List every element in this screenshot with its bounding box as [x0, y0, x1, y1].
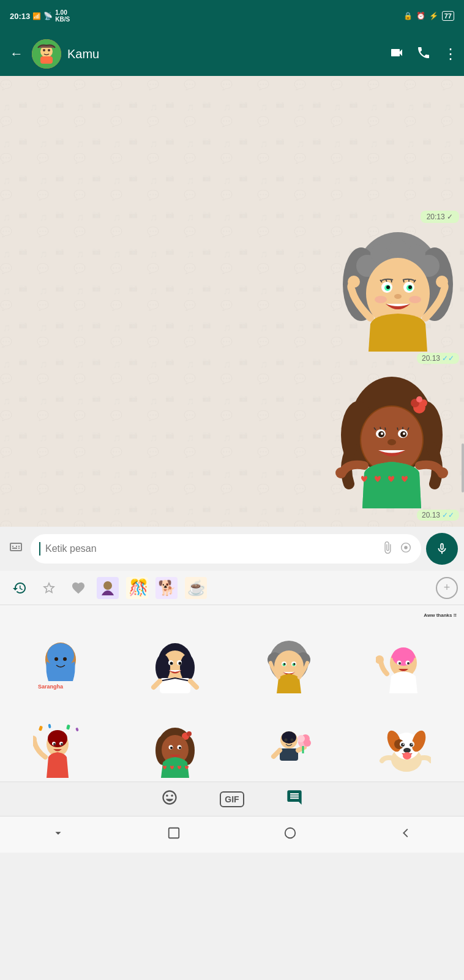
sticker-cell-7[interactable]: For you: [234, 696, 344, 782]
sticker-tab-button[interactable]: [281, 784, 308, 815]
svg-line-49: [380, 427, 381, 429]
svg-rect-104: [39, 726, 43, 731]
svg-point-142: [285, 827, 296, 838]
check-marks-1: ✓✓: [442, 354, 454, 363]
top-time-badge: 20:13 ✓: [421, 211, 459, 223]
status-left: 20:13 📶 📡 1.00KB/S: [10, 9, 70, 23]
message-input[interactable]: [45, 543, 376, 554]
lock-icon: 🔒: [403, 12, 413, 20]
sticker-1-time: 20.13 ✓✓: [417, 353, 459, 364]
svg-point-95: [399, 662, 401, 665]
nav-home-button[interactable]: [155, 821, 193, 848]
svg-rect-106: [66, 725, 70, 730]
tab-pack2[interactable]: 🎊: [124, 575, 151, 601]
svg-point-139: [403, 748, 411, 753]
input-cursor: [39, 542, 40, 556]
status-bar: 20:13 📶 📡 1.00KB/S 🔒 ⏰ ⚡ 77: [0, 0, 464, 32]
svg-point-3: [43, 49, 45, 51]
svg-point-99: [48, 730, 67, 747]
svg-point-69: [54, 657, 58, 661]
sticker-cell-6[interactable]: [121, 696, 230, 782]
tab-pack4[interactable]: ☕: [182, 575, 209, 601]
svg-point-90: [294, 663, 296, 665]
svg-point-4: [48, 49, 50, 51]
sticker-cell-5[interactable]: [6, 696, 116, 782]
speed-display: 1.00KB/S: [55, 9, 70, 23]
svg-point-122: [291, 739, 294, 742]
android-nav-bar: [0, 816, 464, 853]
svg-rect-123: [280, 748, 298, 761]
svg-line-24: [391, 280, 392, 282]
contact-avatar[interactable]: [32, 39, 61, 69]
back-button[interactable]: ←: [7, 43, 26, 64]
panel-bottom-tabs: GIF: [0, 782, 464, 816]
svg-point-47: [403, 432, 405, 435]
nav-back-button[interactable]: [387, 821, 425, 848]
camera-button[interactable]: [399, 541, 413, 557]
svg-point-137: [403, 744, 404, 745]
chat-header: ← Kamu ⋮: [0, 32, 464, 76]
svg-point-30: [409, 296, 421, 303]
svg-point-32: [436, 276, 448, 288]
nav-down-button[interactable]: [39, 821, 77, 848]
top-badge-text: 20:13 ✓: [427, 213, 453, 221]
keyboard-toggle-button[interactable]: [6, 537, 26, 560]
svg-text:🎊: 🎊: [129, 578, 148, 597]
tab-favorites[interactable]: [36, 575, 62, 601]
svg-point-120: [282, 731, 296, 744]
svg-point-79: [178, 662, 181, 665]
time-display: 20:13: [10, 12, 30, 21]
tab-pack1[interactable]: [94, 575, 121, 601]
svg-point-135: [401, 743, 405, 747]
sticker-2-svg: [324, 374, 459, 508]
svg-point-20: [386, 285, 390, 289]
alarm-icon: ⏰: [416, 12, 425, 20]
svg-point-55: [335, 467, 346, 478]
svg-point-102: [53, 743, 56, 745]
gif-label: GIF: [225, 794, 239, 804]
svg-point-74: [155, 654, 170, 681]
tab-heart[interactable]: [65, 575, 92, 601]
svg-line-51: [397, 428, 398, 430]
sticker-2-time: 20.13 ✓✓: [417, 510, 459, 521]
svg-point-10: [389, 239, 406, 256]
message-input-wrapper: [31, 534, 421, 564]
contact-name[interactable]: Kamu: [67, 47, 383, 61]
svg-point-46: [381, 432, 383, 435]
header-icons: ⋮: [389, 45, 457, 63]
tab-recent[interactable]: [6, 575, 33, 601]
svg-point-39: [416, 396, 422, 402]
emoji-tab-button[interactable]: [156, 784, 183, 815]
signal-icon: 📶: [32, 12, 41, 20]
svg-point-92: [392, 647, 414, 666]
svg-point-103: [61, 743, 63, 745]
svg-point-121: [285, 739, 288, 742]
svg-rect-107: [75, 728, 79, 732]
video-call-button[interactable]: [389, 45, 404, 63]
svg-text:Sarangha: Sarangha: [38, 684, 64, 690]
svg-point-31: [348, 276, 360, 288]
mic-button[interactable]: [426, 533, 458, 565]
svg-point-96: [407, 662, 410, 665]
sticker-tab-bar: 🎊 🐕 ☕ +: [0, 571, 464, 605]
gif-tab-button[interactable]: GIF: [220, 791, 244, 807]
sticker-cell-4[interactable]: Aww thanks !!: [349, 611, 458, 721]
more-options-button[interactable]: ⋮: [443, 45, 457, 62]
svg-point-140: [403, 752, 411, 760]
attach-button[interactable]: [381, 541, 394, 557]
add-icon: +: [444, 581, 451, 594]
add-sticker-pack-button[interactable]: +: [436, 577, 458, 599]
svg-text:☕: ☕: [187, 579, 206, 597]
svg-rect-2: [40, 56, 53, 64]
sticker-message-2: 20.13 ✓✓: [324, 374, 459, 521]
nav-circle-button[interactable]: [271, 821, 309, 848]
battery-display: 77: [442, 11, 454, 21]
svg-point-56: [437, 467, 448, 478]
svg-point-78: [170, 662, 173, 665]
svg-point-29: [375, 296, 387, 303]
svg-point-75: [180, 654, 195, 681]
svg-point-89: [284, 663, 286, 665]
phone-call-button[interactable]: [416, 45, 431, 63]
sticker-message-1: 20.13 ✓✓: [337, 229, 459, 364]
tab-pack3[interactable]: 🐕: [153, 575, 180, 601]
